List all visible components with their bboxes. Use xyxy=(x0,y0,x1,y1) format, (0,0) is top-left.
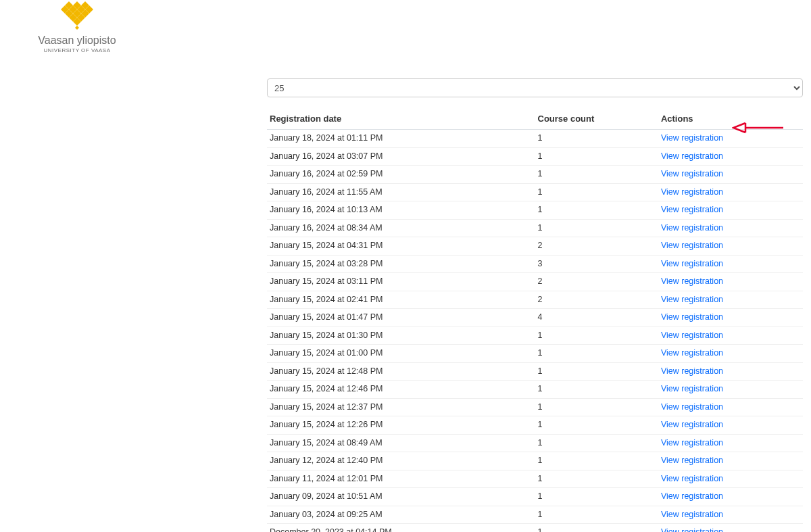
cell-course-count: 1 xyxy=(535,416,658,435)
view-registration-link[interactable]: View registration xyxy=(661,402,723,412)
cell-course-count: 1 xyxy=(535,362,658,381)
view-registration-link[interactable]: View registration xyxy=(661,348,723,358)
view-registration-link[interactable]: View registration xyxy=(661,223,723,233)
cell-registration-date: January 16, 2024 at 03:07 PM xyxy=(267,147,535,166)
table-row: January 16, 2024 at 11:55 AM1View regist… xyxy=(267,183,803,201)
cell-registration-date: January 16, 2024 at 02:59 PM xyxy=(267,166,535,184)
view-registration-link[interactable]: View registration xyxy=(661,331,723,340)
brand-block: Vaasan yliopisto UNIVERSITY OF VAASA xyxy=(9,0,145,53)
header-registration-date: Registration date xyxy=(267,110,535,130)
cell-actions: View registration xyxy=(658,201,803,220)
cell-registration-date: January 15, 2024 at 08:49 AM xyxy=(267,434,535,452)
table-row: January 11, 2024 at 12:01 PM1View regist… xyxy=(267,470,803,488)
cell-actions: View registration xyxy=(658,488,803,506)
view-registration-link[interactable]: View registration xyxy=(661,312,723,322)
brand-name: Vaasan yliopisto xyxy=(9,35,145,46)
cell-course-count: 1 xyxy=(535,524,658,533)
cell-course-count: 1 xyxy=(535,434,658,452)
cell-course-count: 1 xyxy=(535,166,658,184)
view-registration-link[interactable]: View registration xyxy=(661,527,723,532)
view-registration-link[interactable]: View registration xyxy=(661,438,723,448)
table-row: January 15, 2024 at 12:48 PM1View regist… xyxy=(267,362,803,381)
cell-actions: View registration xyxy=(658,255,803,273)
cell-actions: View registration xyxy=(658,416,803,435)
cell-actions: View registration xyxy=(658,219,803,237)
header-actions: Actions xyxy=(658,110,803,130)
view-registration-link[interactable]: View registration xyxy=(661,295,723,304)
cell-registration-date: January 12, 2024 at 12:40 PM xyxy=(267,452,535,470)
cell-registration-date: January 15, 2024 at 01:30 PM xyxy=(267,327,535,345)
cell-registration-date: January 15, 2024 at 01:47 PM xyxy=(267,309,535,327)
view-registration-link[interactable]: View registration xyxy=(661,384,723,393)
view-registration-link[interactable]: View registration xyxy=(661,491,723,501)
cell-registration-date: January 15, 2024 at 12:26 PM xyxy=(267,416,535,435)
cell-registration-date: January 03, 2024 at 09:25 AM xyxy=(267,506,535,524)
view-registration-link[interactable]: View registration xyxy=(661,456,723,465)
cell-registration-date: January 15, 2024 at 12:46 PM xyxy=(267,381,535,399)
cell-course-count: 1 xyxy=(535,398,658,416)
view-registration-link[interactable]: View registration xyxy=(661,474,723,483)
cell-course-count: 1 xyxy=(535,201,658,220)
cell-course-count: 1 xyxy=(535,147,658,166)
view-registration-link[interactable]: View registration xyxy=(661,241,723,250)
cell-registration-date: January 15, 2024 at 02:41 PM xyxy=(267,291,535,309)
cell-actions: View registration xyxy=(658,398,803,416)
cell-registration-date: January 11, 2024 at 12:01 PM xyxy=(267,470,535,488)
cell-actions: View registration xyxy=(658,166,803,184)
view-registration-link[interactable]: View registration xyxy=(661,276,723,286)
brand-logo xyxy=(60,1,94,32)
page-size-select[interactable]: 25 xyxy=(267,78,803,97)
cell-actions: View registration xyxy=(658,452,803,470)
cell-course-count: 1 xyxy=(535,470,658,488)
view-registration-link[interactable]: View registration xyxy=(661,169,723,178)
table-row: January 15, 2024 at 03:11 PM2View regist… xyxy=(267,273,803,291)
cell-registration-date: January 16, 2024 at 11:55 AM xyxy=(267,183,535,201)
cell-actions: View registration xyxy=(658,291,803,309)
cell-course-count: 1 xyxy=(535,345,658,363)
cell-registration-date: January 16, 2024 at 10:13 AM xyxy=(267,201,535,220)
table-row: January 15, 2024 at 08:49 AM1View regist… xyxy=(267,434,803,452)
table-row: January 15, 2024 at 12:46 PM1View regist… xyxy=(267,381,803,399)
table-row: January 15, 2024 at 12:26 PM1View regist… xyxy=(267,416,803,435)
view-registration-link[interactable]: View registration xyxy=(661,420,723,429)
table-row: January 12, 2024 at 12:40 PM1View regist… xyxy=(267,452,803,470)
cell-registration-date: January 15, 2024 at 04:31 PM xyxy=(267,237,535,256)
cell-registration-date: January 09, 2024 at 10:51 AM xyxy=(267,488,535,506)
view-registration-link[interactable]: View registration xyxy=(661,510,723,519)
table-row: January 15, 2024 at 12:37 PM1View regist… xyxy=(267,398,803,416)
cell-course-count: 1 xyxy=(535,452,658,470)
cell-actions: View registration xyxy=(658,130,803,148)
table-row: January 03, 2024 at 09:25 AM1View regist… xyxy=(267,506,803,524)
cell-actions: View registration xyxy=(658,273,803,291)
view-registration-link[interactable]: View registration xyxy=(661,366,723,376)
cell-registration-date: January 15, 2024 at 12:37 PM xyxy=(267,398,535,416)
cell-course-count: 2 xyxy=(535,237,658,256)
cell-actions: View registration xyxy=(658,327,803,345)
cell-course-count: 1 xyxy=(535,327,658,345)
cell-actions: View registration xyxy=(658,147,803,166)
table-row: January 09, 2024 at 10:51 AM1View regist… xyxy=(267,488,803,506)
cell-course-count: 1 xyxy=(535,381,658,399)
view-registration-link[interactable]: View registration xyxy=(661,187,723,197)
brand-subtitle: UNIVERSITY OF VAASA xyxy=(9,47,145,53)
cell-course-count: 1 xyxy=(535,488,658,506)
cell-actions: View registration xyxy=(658,470,803,488)
cell-registration-date: January 16, 2024 at 08:34 AM xyxy=(267,219,535,237)
cell-course-count: 2 xyxy=(535,291,658,309)
cell-actions: View registration xyxy=(658,309,803,327)
cell-registration-date: January 15, 2024 at 03:11 PM xyxy=(267,273,535,291)
view-registration-link[interactable]: View registration xyxy=(661,259,723,268)
cell-course-count: 2 xyxy=(535,273,658,291)
view-registration-link[interactable]: View registration xyxy=(661,151,723,161)
cell-course-count: 1 xyxy=(535,506,658,524)
table-row: December 20, 2023 at 04:14 PM1View regis… xyxy=(267,524,803,533)
cell-actions: View registration xyxy=(658,524,803,533)
cell-course-count: 1 xyxy=(535,183,658,201)
cell-actions: View registration xyxy=(658,237,803,256)
cell-course-count: 3 xyxy=(535,255,658,273)
view-registration-link[interactable]: View registration xyxy=(661,205,723,214)
table-row: January 15, 2024 at 02:41 PM2View regist… xyxy=(267,291,803,309)
cell-actions: View registration xyxy=(658,434,803,452)
cell-registration-date: January 15, 2024 at 12:48 PM xyxy=(267,362,535,381)
view-registration-link[interactable]: View registration xyxy=(661,133,723,143)
